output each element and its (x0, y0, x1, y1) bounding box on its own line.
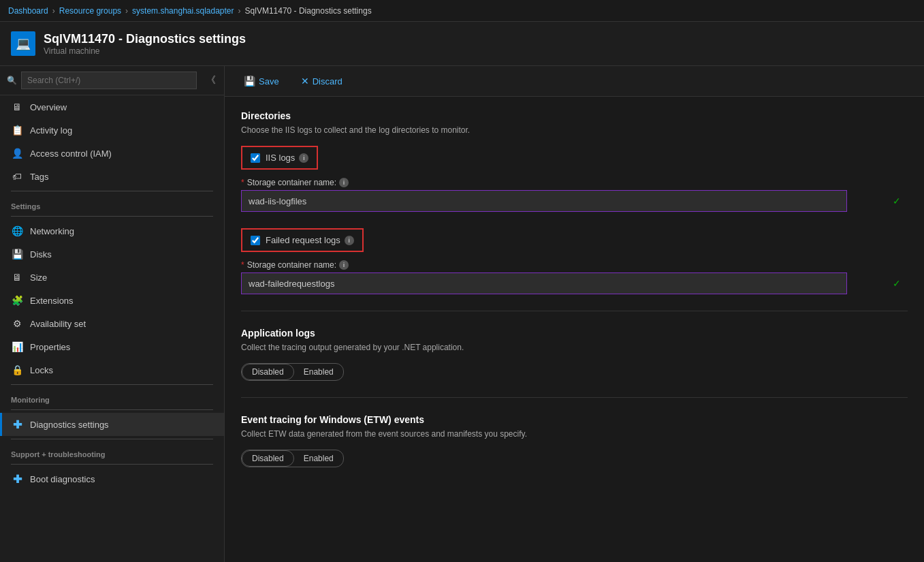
search-input[interactable] (21, 72, 197, 89)
iis-storage-check-icon: ✓ (893, 196, 901, 206)
sidebar-divider-6 (11, 464, 213, 465)
sidebar-item-boot-diagnostics[interactable]: ✚ Boot diagnostics (0, 467, 224, 490)
disks-icon: 💾 (11, 248, 23, 260)
failed-request-storage-input[interactable] (241, 272, 847, 294)
sidebar-item-locks[interactable]: 🔒 Locks (0, 358, 224, 381)
required-star: * (241, 178, 244, 187)
sidebar-item-label: Boot diagnostics (30, 474, 95, 484)
sidebar-item-label: Networking (30, 226, 74, 236)
sidebar-item-label: Diagnostics settings (30, 420, 109, 430)
app-logs-disabled-btn[interactable]: Disabled (242, 364, 294, 380)
sidebar-item-properties[interactable]: 📊 Properties (0, 335, 224, 358)
sidebar-item-label: Activity log (30, 125, 72, 136)
page-title-block: SqlVM11470 - Diagnostics settings Virtua… (44, 32, 246, 56)
tags-icon: 🏷 (11, 170, 23, 183)
iis-logs-card: IIS logs i (241, 146, 318, 170)
sidebar-collapse-button[interactable]: 《 (204, 72, 219, 89)
locks-icon: 🔒 (11, 364, 23, 376)
iis-storage-input-wrapper: ✓ (241, 190, 908, 212)
iis-storage-input[interactable] (241, 190, 847, 212)
etw-title: Event tracing for Windows (ETW) events (241, 414, 908, 425)
sidebar-item-disks[interactable]: 💾 Disks (0, 243, 224, 266)
required-star-2: * (241, 260, 244, 270)
sidebar-item-diagnostics[interactable]: ✚ Diagnostics settings (0, 413, 224, 436)
content-toolbar: 💾 Save ✕ Discard (225, 66, 924, 97)
sidebar-item-overview[interactable]: 🖥 Overview (0, 95, 224, 119)
extensions-icon: 🧩 (11, 294, 23, 307)
app-logs-enabled-btn[interactable]: Enabled (294, 364, 343, 380)
sidebar: 🔍 《 🖥 Overview 📋 Activity log 👤 Access c… (0, 66, 225, 562)
availability-set-icon: ⚙ (11, 317, 23, 330)
sidebar-item-label: Locks (30, 365, 53, 375)
directories-title: Directories (241, 110, 908, 121)
app-logs-toggle: Disabled Enabled (241, 363, 344, 381)
iis-storage-info-icon[interactable]: i (339, 178, 349, 187)
failed-request-storage-info-icon[interactable]: i (339, 260, 349, 270)
etw-disabled-btn[interactable]: Disabled (242, 450, 294, 467)
properties-icon: 📊 (11, 341, 23, 353)
monitoring-section-label: Monitoring (0, 388, 224, 407)
sidebar-item-activity-log[interactable]: 📋 Activity log (0, 119, 224, 142)
etw-description: Collect ETW data generated from the even… (241, 429, 908, 439)
search-icon: 🔍 (7, 76, 17, 85)
discard-label: Discard (313, 76, 342, 87)
iis-logs-info-icon[interactable]: i (299, 153, 308, 163)
failed-request-logs-label: Failed request logs i (266, 235, 354, 245)
sidebar-divider-4 (11, 409, 213, 410)
page-header: 💻 SqlVM11470 - Diagnostics settings Virt… (0, 22, 924, 66)
page-title: SqlVM11470 - Diagnostics settings (44, 32, 246, 46)
sidebar-item-networking[interactable]: 🌐 Networking (0, 219, 224, 243)
overview-icon: 🖥 (11, 101, 23, 113)
iis-storage-field: * Storage container name: i ✓ (241, 178, 908, 212)
iis-logs-label: IIS logs i (266, 153, 308, 163)
etw-enabled-btn[interactable]: Enabled (294, 450, 343, 467)
sidebar-item-tags[interactable]: 🏷 Tags (0, 165, 224, 188)
save-label: Save (259, 76, 279, 87)
search-bar: 🔍 (0, 66, 224, 95)
sidebar-divider-2 (11, 216, 213, 217)
sidebar-item-iam[interactable]: 👤 Access control (IAM) (0, 142, 224, 165)
app-logs-title: Application logs (241, 328, 908, 339)
sidebar-item-label: Size (30, 272, 47, 283)
support-section-label: Support + troubleshooting (0, 442, 224, 461)
section-separator-2 (241, 397, 908, 398)
failed-request-info-icon[interactable]: i (345, 236, 354, 245)
breadcrumb-system[interactable]: system.shanghai.sqladapter (132, 6, 234, 16)
iis-logs-checkbox[interactable] (251, 153, 260, 163)
breadcrumb-sep3: › (238, 6, 241, 16)
section-separator-1 (241, 311, 908, 311)
breadcrumb-resource-groups[interactable]: Resource groups (59, 6, 121, 16)
failed-request-logs-card: Failed request logs i (241, 228, 364, 252)
sidebar-item-extensions[interactable]: 🧩 Extensions (0, 289, 224, 312)
save-icon: 💾 (244, 76, 255, 87)
app-logs-description: Collect the tracing output generated by … (241, 343, 908, 352)
vm-icon: 💻 (11, 31, 35, 56)
sidebar-item-label: Tags (30, 172, 48, 182)
settings-section-label: Settings (0, 194, 224, 213)
content-body: Directories Choose the IIS logs to colle… (225, 97, 924, 481)
save-button[interactable]: 💾 Save (238, 73, 285, 89)
page-subtitle: Virtual machine (44, 46, 246, 56)
failed-request-storage-input-wrapper: ✓ (241, 272, 908, 294)
sidebar-item-size[interactable]: 🖥 Size (0, 266, 224, 289)
iis-storage-label: * Storage container name: i (241, 178, 908, 187)
sidebar-search-area: 🔍 《 (0, 66, 224, 95)
failed-request-storage-field: * Storage container name: i ✓ (241, 260, 908, 294)
directories-description: Choose the IIS logs to collect and the l… (241, 125, 908, 135)
networking-icon: 🌐 (11, 225, 23, 237)
size-icon: 🖥 (11, 271, 23, 283)
breadcrumb: Dashboard › Resource groups › system.sha… (0, 0, 924, 22)
sidebar-item-label: Disks (30, 249, 52, 260)
sidebar-divider-1 (11, 191, 213, 191)
etw-toggle: Disabled Enabled (241, 450, 344, 467)
failed-request-logs-checkbox[interactable] (251, 236, 260, 245)
sidebar-item-availability-set[interactable]: ⚙ Availability set (0, 312, 224, 335)
sidebar-item-label: Access control (IAM) (30, 149, 112, 159)
breadcrumb-sep1: › (52, 6, 55, 16)
breadcrumb-dashboard[interactable]: Dashboard (8, 6, 48, 16)
iam-icon: 👤 (11, 147, 23, 159)
activity-log-icon: 📋 (11, 124, 23, 136)
breadcrumb-sep2: › (125, 6, 128, 16)
diagnostics-icon: ✚ (11, 418, 23, 431)
discard-button[interactable]: ✕ Discard (296, 73, 348, 89)
